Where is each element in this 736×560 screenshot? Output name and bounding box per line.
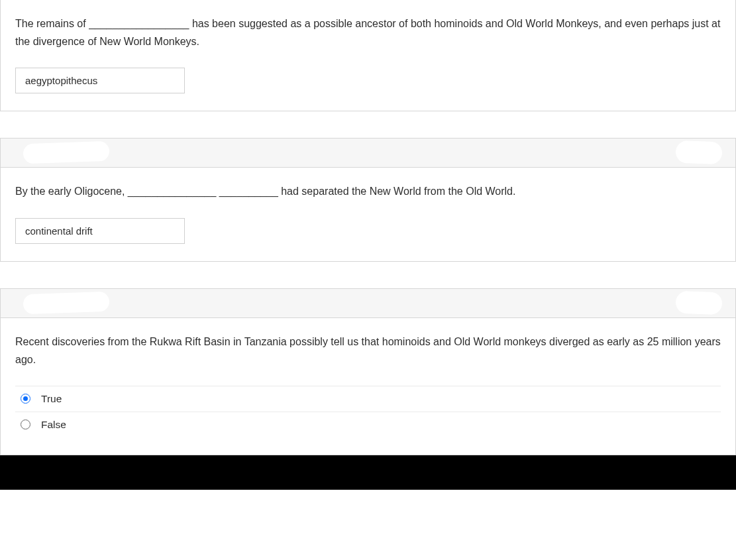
redaction-scribble <box>675 140 722 164</box>
question-prompt-3: Recent discoveries from the Rukwa Rift B… <box>15 333 721 368</box>
choice-label-false: False <box>41 419 66 431</box>
question-header-3 <box>1 289 735 318</box>
question-card-2: By the early Oligocene, _______________ … <box>0 138 736 261</box>
answer-input-2[interactable] <box>15 218 185 244</box>
choice-row-false[interactable]: False <box>15 412 721 437</box>
redaction-scribble <box>23 291 110 314</box>
quiz-page: The remains of _________________ has bee… <box>0 0 736 490</box>
question-body-2: By the early Oligocene, _______________ … <box>1 168 735 260</box>
question-header-2 <box>1 139 735 168</box>
question-prompt-1: The remains of _________________ has bee… <box>15 15 721 50</box>
answer-input-1[interactable] <box>15 68 185 93</box>
choice-list: True False <box>15 386 721 437</box>
choice-label-true: True <box>41 393 62 405</box>
question-prompt-2: By the early Oligocene, _______________ … <box>15 182 721 200</box>
question-body-1: The remains of _________________ has bee… <box>1 0 735 111</box>
redaction-scribble <box>675 290 722 314</box>
card-gap <box>0 262 736 288</box>
radio-true[interactable] <box>21 394 30 404</box>
bottom-black-bar <box>0 455 736 490</box>
radio-false[interactable] <box>21 420 30 429</box>
redaction-scribble <box>23 141 110 164</box>
question-card-3: Recent discoveries from the Rukwa Rift B… <box>0 288 736 455</box>
card-gap <box>0 111 736 138</box>
choice-row-true[interactable]: True <box>15 386 721 412</box>
question-card-1: The remains of _________________ has bee… <box>0 0 736 111</box>
question-body-3: Recent discoveries from the Rukwa Rift B… <box>1 318 735 455</box>
